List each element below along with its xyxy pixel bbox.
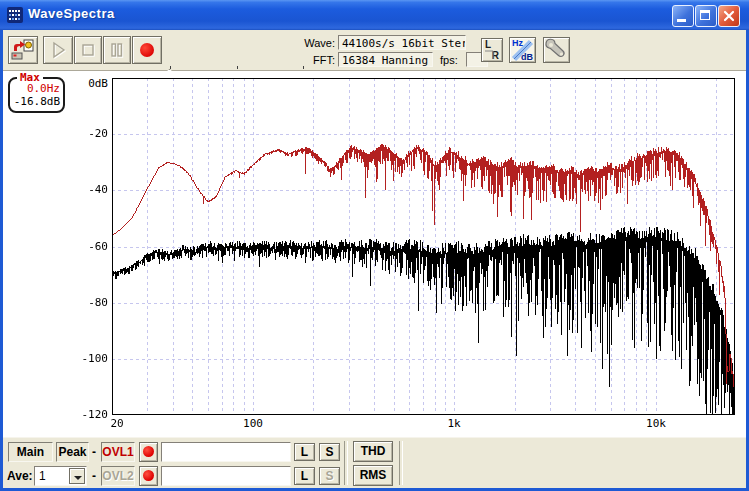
app-icon: [7, 7, 23, 23]
toolbar: Wave: 44100s/s 16bit Stereo FFT: 16384 H…: [3, 30, 746, 71]
dash-separator: -: [92, 469, 96, 483]
wrench-icon: [544, 38, 569, 62]
ovl1-save-button[interactable]: S: [319, 443, 340, 461]
spectrum-plot: [112, 78, 735, 415]
bottom-control-bar: Main Peak - OVL1 L S THD Ave: 1 - OVL2 L…: [3, 437, 746, 488]
rms-button[interactable]: RMS: [353, 465, 393, 486]
ovl2-load-button[interactable]: L: [294, 467, 315, 485]
maximize-icon: [700, 10, 710, 20]
wave-label: Wave:: [291, 37, 335, 49]
chevron-down-icon: [74, 476, 82, 480]
slider-tick: [237, 66, 238, 69]
main-tab-button[interactable]: Main: [8, 442, 53, 462]
ovl1-record-icon: [143, 446, 154, 457]
minimize-icon: [677, 19, 686, 22]
max-readout-box: Max 0.0Hz -16.8dB: [8, 77, 65, 113]
title-bar: WaveSpectra: [0, 0, 749, 30]
ave-select[interactable]: 1: [34, 466, 87, 486]
hz-db-scale-button[interactable]: Hz dB: [509, 37, 536, 63]
y-axis-label: -40: [61, 184, 108, 196]
max-level-value: -16.8dB: [14, 95, 60, 108]
pause-button[interactable]: [103, 36, 131, 64]
settings-wrench-button[interactable]: [543, 37, 570, 63]
x-axis-label: 100: [233, 418, 273, 430]
close-icon: [719, 6, 739, 26]
divider: [399, 441, 403, 485]
max-frequency-value: 0.0Hz: [27, 82, 60, 95]
fps-label: fps:: [440, 54, 464, 66]
dash-separator: -: [92, 445, 96, 459]
play-icon: [44, 37, 70, 63]
ovl2-comment-input[interactable]: [161, 466, 291, 486]
record-button[interactable]: [132, 36, 162, 64]
ovl2-button[interactable]: OVL2: [101, 466, 135, 486]
wavespectra-window: WaveSpectra: [0, 0, 749, 491]
minimize-button[interactable]: [672, 5, 694, 27]
channel-step-line: [482, 39, 502, 61]
y-axis-label: -60: [61, 241, 108, 253]
open-wave-file-button[interactable]: [8, 36, 38, 64]
ave-dropdown-button[interactable]: [69, 468, 85, 484]
record-icon: [140, 43, 154, 57]
divider: [344, 441, 348, 485]
y-axis-label: -100: [61, 353, 108, 365]
db-glyph: dB: [521, 52, 533, 62]
fft-info-field: 16384 Hanning: [338, 52, 433, 67]
ovl1-comment-input[interactable]: [161, 442, 291, 462]
stop-icon: [75, 37, 99, 63]
ovl1-load-button[interactable]: L: [294, 443, 315, 461]
fft-label: FFT:: [291, 54, 335, 66]
y-axis-label: -80: [61, 297, 108, 309]
slider-tick: [303, 66, 304, 69]
thd-button[interactable]: THD: [353, 441, 393, 462]
window-title: WaveSpectra: [28, 6, 115, 21]
spectrum-display-area: 0dB-20-40-60-80-100-120201001k10k Max 0.…: [3, 71, 746, 437]
peak-tab-button[interactable]: Peak: [56, 442, 89, 462]
ave-label: Ave:: [7, 469, 33, 483]
x-axis-label: 10k: [636, 418, 676, 430]
x-axis-label: 1k: [434, 418, 474, 430]
ovl1-record-button[interactable]: [139, 442, 158, 462]
close-button[interactable]: [718, 5, 740, 27]
ovl2-record-button[interactable]: [139, 466, 158, 486]
play-button[interactable]: [43, 36, 73, 64]
x-axis-label: 20: [97, 418, 137, 430]
open-file-icon: [11, 39, 35, 61]
wave-info-field: 44100s/s 16bit Stereo: [338, 35, 466, 50]
pause-icon: [104, 37, 128, 63]
maximize-button[interactable]: [695, 5, 717, 27]
slider-tick: [170, 66, 171, 69]
hz-glyph: Hz: [512, 38, 523, 48]
ovl1-button[interactable]: OVL1: [101, 442, 135, 462]
y-axis-label: 0dB: [61, 78, 108, 90]
ovl2-save-button[interactable]: S: [319, 467, 340, 485]
y-axis-label: -20: [61, 128, 108, 140]
stop-button[interactable]: [74, 36, 102, 64]
ovl2-record-icon: [143, 470, 154, 481]
ave-selected-value: 1: [39, 469, 46, 483]
channel-lr-button[interactable]: L R: [481, 38, 503, 62]
